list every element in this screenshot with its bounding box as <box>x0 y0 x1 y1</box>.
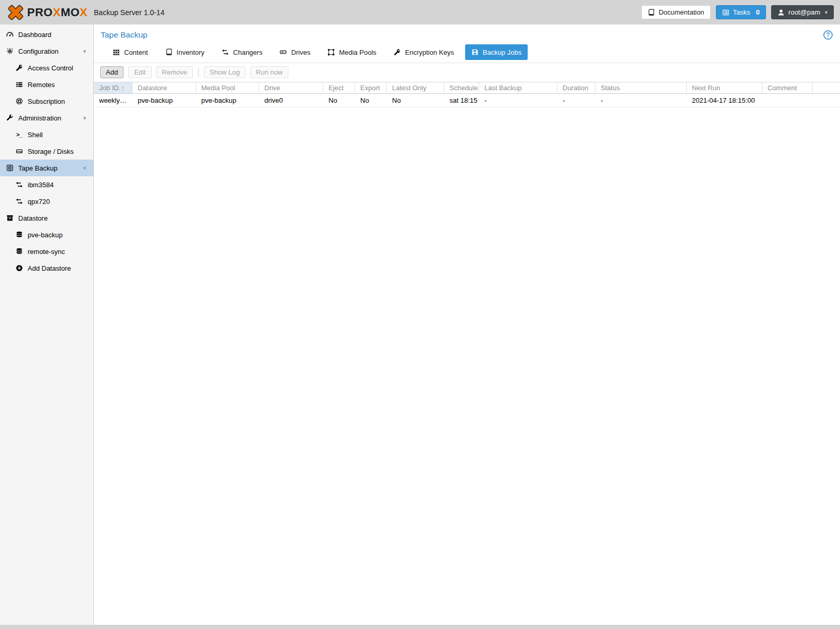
cell-job-id: weekly… <box>94 94 132 107</box>
sidebar-item-label: Subscription <box>28 98 65 105</box>
toolbar-separator <box>198 68 199 77</box>
cell-export: No <box>355 94 387 107</box>
tasks-icon <box>722 9 729 16</box>
sidebar-item-remotes[interactable]: Remotes <box>0 76 93 93</box>
column-header-latest-only[interactable]: Latest Only <box>387 82 444 93</box>
run-now-button[interactable]: Run now <box>250 66 288 78</box>
floppy-icon <box>471 49 479 56</box>
cell-drive: drive0 <box>259 94 323 107</box>
tab-media-pools[interactable]: Media Pools <box>321 44 383 60</box>
column-header-last-backup[interactable]: Last Backup <box>479 82 557 93</box>
tab-content[interactable]: Content <box>106 44 154 60</box>
sidebar-item-tape-backup[interactable]: Tape Backup▾ <box>0 160 93 176</box>
sidebar-item-subscription[interactable]: Subscription <box>0 93 93 110</box>
sidebar-item-add-datastore[interactable]: Add Datastore <box>0 260 93 276</box>
dashboard-icon <box>5 31 14 38</box>
proxmox-wordmark: PROXMOX <box>27 6 88 19</box>
column-header-drive[interactable]: Drive <box>259 82 323 93</box>
tasks-count-badge: 0 <box>756 8 760 16</box>
tab-label: Content <box>124 49 148 56</box>
column-label: Export <box>360 84 380 92</box>
column-label: Duration <box>563 84 588 92</box>
chevron-down-icon[interactable]: ▾ <box>83 115 86 122</box>
sidebar-item-label: Tape Backup <box>18 164 57 172</box>
table-body: weekly…pve-backuppve-backupdrive0NoNoNos… <box>94 94 840 107</box>
sidebar-item-label: Configuration <box>18 47 58 55</box>
sidebar-item-label: Shell <box>28 131 43 139</box>
column-header-job-id[interactable]: Job ID.↑ <box>94 82 132 93</box>
tab-backup-jobs[interactable]: Backup Jobs <box>465 44 528 60</box>
chevron-down-icon[interactable]: ▾ <box>83 165 86 172</box>
column-header-comment[interactable]: Comment <box>762 82 813 93</box>
tab-changers[interactable]: Changers <box>215 44 269 60</box>
wrench-icon <box>5 114 14 122</box>
column-header-eject[interactable]: Eject <box>323 82 355 93</box>
tab-drives[interactable]: Drives <box>273 44 316 60</box>
column-header-export[interactable]: Export <box>355 82 387 93</box>
sidebar-item-label: qpx720 <box>28 198 50 205</box>
logo-letter: X <box>53 6 60 19</box>
sidebar-item-remote-sync[interactable]: remote-sync <box>0 243 93 260</box>
tab-inventory[interactable]: Inventory <box>159 44 211 60</box>
sidebar-item-ibm3584[interactable]: ibm3584 <box>0 176 93 193</box>
documentation-label: Documentation <box>659 8 704 16</box>
cell-schedule: sat 18:15 <box>444 94 479 107</box>
sidebar-item-label: Dashboard <box>18 31 52 39</box>
sidebar-item-administration[interactable]: Administration▾ <box>0 110 93 126</box>
changer-icon <box>15 181 23 188</box>
cell-next-run: 2021-04-17 18:15:00 <box>687 94 762 107</box>
sidebar: DashboardConfiguration▾Access ControlRem… <box>0 25 94 625</box>
help-button[interactable]: ? <box>823 30 833 40</box>
column-header-datastore[interactable]: Datastore <box>132 82 196 93</box>
tab-label: Changers <box>233 49 262 56</box>
drive-icon <box>279 49 287 56</box>
datastore-icon <box>5 214 14 222</box>
sidebar-item-access-control[interactable]: Access Control <box>0 59 93 76</box>
sidebar-item-qpx720[interactable]: qpx720 <box>0 193 93 210</box>
key-icon <box>394 49 401 56</box>
chevron-down-icon: ▾ <box>825 9 827 15</box>
column-label: Latest Only <box>392 84 427 92</box>
sidebar-item-pve-backup[interactable]: pve-backup <box>0 226 93 243</box>
user-icon <box>777 9 785 16</box>
sidebar-item-label: Remotes <box>28 81 55 89</box>
table-row[interactable]: weekly…pve-backuppve-backupdrive0NoNoNos… <box>94 94 840 107</box>
sidebar-item-configuration[interactable]: Configuration▾ <box>0 43 93 59</box>
column-label: Drive <box>264 84 280 92</box>
column-header-schedule[interactable]: Schedule <box>444 82 479 93</box>
user-label: root@pam <box>788 8 820 16</box>
remove-button[interactable]: Remove <box>156 66 193 78</box>
column-header-status[interactable]: Status <box>595 82 687 93</box>
sidebar-item-datastore[interactable]: Datastore <box>0 210 93 226</box>
show-log-button[interactable]: Show Log <box>204 66 246 78</box>
column-header-duration[interactable]: Duration <box>557 82 595 93</box>
database-icon <box>15 248 23 255</box>
sidebar-item-dashboard[interactable]: Dashboard <box>0 26 93 43</box>
sidebar-item-storage-disks[interactable]: Storage / Disks <box>0 143 93 160</box>
column-label: Next Run <box>692 84 720 92</box>
sidebar-item-label: remote-sync <box>28 248 65 256</box>
column-header-media-pool[interactable]: Media Pool <box>196 82 259 93</box>
chevron-down-icon[interactable]: ▾ <box>83 48 86 55</box>
logo-letter: X <box>80 6 88 19</box>
exchange-icon <box>222 49 229 56</box>
edit-button[interactable]: Edit <box>128 66 151 78</box>
cell-media-pool: pve-backup <box>196 94 259 107</box>
tasks-button[interactable]: Tasks 0 <box>716 5 766 19</box>
user-menu-button[interactable]: root@pam ▾ <box>771 5 834 19</box>
add-button[interactable]: Add <box>100 66 124 78</box>
key-icon <box>15 64 23 71</box>
column-label: Media Pool <box>201 84 235 92</box>
tab-encryption-keys[interactable]: Encryption Keys <box>387 44 460 60</box>
logo-letter: MO <box>60 6 79 19</box>
product-name: Backup Server 1.0-14 <box>94 8 164 17</box>
topbar: PROXMOX Backup Server 1.0-14 Documentati… <box>0 0 840 25</box>
proxmox-x-icon <box>6 4 25 21</box>
column-header-next-run[interactable]: Next Run <box>687 82 762 93</box>
sidebar-item-shell[interactable]: >_Shell <box>0 126 93 143</box>
add-icon <box>15 264 23 272</box>
database-icon <box>15 231 23 238</box>
cell-last-backup: - <box>479 94 557 107</box>
documentation-button[interactable]: Documentation <box>641 5 710 19</box>
sidebar-item-label: Add Datastore <box>28 264 71 272</box>
